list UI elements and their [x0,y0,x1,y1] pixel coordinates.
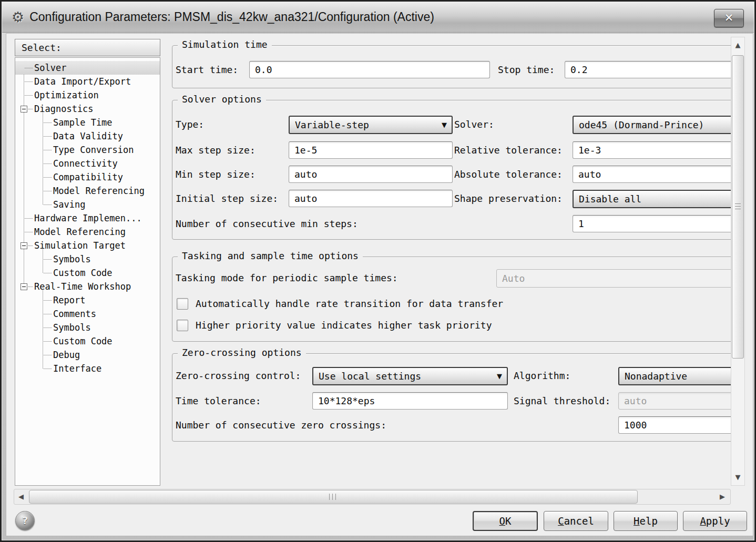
time-tolerance-field[interactable]: 10*128*eps [312,392,508,410]
time-tolerance-label: Time tolerance: [176,392,261,410]
select-tree-panel: Select: Solver Data Import/Export Optimi… [15,39,160,486]
algorithm-dropdown[interactable]: Nonadaptive [618,367,731,385]
tasking-mode-dropdown: Auto [496,269,731,288]
apply-button[interactable]: Apply [683,511,747,531]
close-button[interactable]: ✕ [714,9,744,27]
rate-transition-checkbox[interactable] [177,298,188,310]
sidebar-item-diagnostics[interactable]: Diagnostics [15,102,160,116]
type-dropdown[interactable]: Variable-step ▼ [289,116,453,134]
consecutive-zero-crossings-field[interactable]: 1000 [618,416,731,434]
vertical-scrollbar-thumb[interactable] [732,55,744,359]
sidebar-item-data-validity[interactable]: Data Validity [15,129,160,143]
relative-tolerance-field[interactable]: 1e-3 [573,141,731,159]
tree-dash [25,232,33,232]
sidebar-item-report[interactable]: Report [15,293,160,307]
tree-dash [44,136,52,137]
apply-button-label: Apply [700,515,730,527]
absolute-tolerance-field[interactable]: auto [573,166,731,183]
sidebar-item-interface[interactable]: Interface [15,362,160,375]
sidebar-item-label: Solver [15,61,66,75]
scrollbar-grip-icon [329,494,337,500]
tasking-mode-label: Tasking mode for periodic sample times: [176,269,398,287]
chevron-down-icon: ▼ [497,368,502,384]
collapse-icon[interactable] [21,283,27,290]
sidebar-item-label: Data Import/Export [15,75,131,88]
configuration-parameters-window: ⚙ Configuration Parameters: PMSM_dis_42k… [0,0,756,542]
scrollbar-grip-icon [735,203,741,210]
start-time-field[interactable]: 0.0 [249,61,490,78]
zero-crossing-control-dropdown[interactable]: Use local settings ▼ [312,367,508,385]
tree-dash [44,259,52,260]
select-header: Select: [15,39,160,56]
stop-time-field[interactable]: 0.2 [565,61,731,78]
priority-value-label: Higher priority value indicates higher t… [196,319,492,332]
group-title: Zero-crossing options [178,347,306,358]
tree-dash [44,355,52,355]
sidebar-item-label: Model Referencing [15,184,145,198]
sidebar-item-model-referencing[interactable]: Model Referencing [15,225,160,239]
horizontal-scrollbar[interactable]: ◀ ▶ [14,489,731,505]
sidebar-item-label: Sample Time [15,116,113,129]
sidebar-item-connectivity[interactable]: Connectivity [15,157,160,170]
group-title: Tasking and sample time options [178,250,363,261]
solver-dropdown[interactable]: ode45 (Dormand-Prince) [573,116,731,134]
sidebar-item-type-conversion[interactable]: Type Conversion [15,143,160,157]
sidebar-item-sample-time[interactable]: Sample Time [15,116,160,129]
help-icon[interactable]: ? [15,511,35,530]
scroll-down-icon[interactable]: ▼ [731,469,744,485]
sidebar-item-saving[interactable]: Saving [15,198,160,211]
initial-step-size-field[interactable]: auto [289,190,453,207]
collapse-icon[interactable] [21,242,27,249]
sidebar-item-real-time-workshop[interactable]: Real-Time Workshop [15,280,160,293]
algorithm-label: Algorithm: [514,367,570,385]
sidebar-item-hardware-implementation[interactable]: Hardware Implemen... [15,211,160,225]
vertical-scrollbar[interactable]: ▲ ▼ [731,37,745,486]
consecutive-min-steps-field[interactable]: 1 [573,215,731,232]
ok-button[interactable]: OK [473,511,538,531]
min-step-size-label: Min step size: [176,166,256,183]
tasking-mode-value: Auto [502,273,525,284]
sidebar-item-diagnostics-model-referencing[interactable]: Model Referencing [15,184,160,198]
zero-crossing-control-label: Zero-crossing control: [176,367,301,385]
title-bar[interactable]: ⚙ Configuration Parameters: PMSM_dis_42k… [2,2,754,33]
tree-dash [28,246,33,246]
max-step-size-field[interactable]: 1e-5 [289,141,453,159]
collapse-icon[interactable] [21,106,27,113]
sidebar-item-rtw-custom-code[interactable]: Custom Code [15,334,160,348]
stop-time-label: Stop time: [498,61,555,79]
sidebar-item-data-import-export[interactable]: Data Import/Export [15,75,160,88]
shape-preservation-dropdown[interactable]: Disable all [573,190,731,208]
sidebar-item-simulation-target-symbols[interactable]: Symbols [15,252,160,266]
scroll-right-icon[interactable]: ▶ [717,489,728,504]
cancel-button[interactable]: Cancel [544,511,608,531]
sidebar-item-label: Compatibility [15,170,123,184]
algorithm-value: Nonadaptive [625,371,687,382]
scroll-left-icon[interactable]: ◀ [15,489,27,504]
sidebar-item-optimization[interactable]: Optimization [15,88,160,102]
sidebar-item-label: Custom Code [15,266,113,280]
sidebar-item-compatibility[interactable]: Compatibility [15,170,160,184]
max-step-size-label: Max step size: [176,141,256,159]
zero-crossing-control-value: Use local settings [319,371,421,382]
sidebar-item-comments[interactable]: Comments [15,307,160,321]
sidebar-item-simulation-target-custom-code[interactable]: Custom Code [15,266,160,280]
sidebar-item-rtw-symbols[interactable]: Symbols [15,321,160,334]
sidebar-item-debug[interactable]: Debug [15,348,160,362]
sidebar-item-simulation-target[interactable]: Simulation Target [15,239,160,252]
tree-dash [44,314,52,314]
min-step-size-field[interactable]: auto [289,166,453,183]
shape-preservation-label: Shape preservation: [454,190,563,208]
help-button[interactable]: Help [614,511,678,531]
sidebar-item-label: Interface [15,362,101,375]
tree-dash [44,273,52,273]
consecutive-zero-crossings-label: Number of consecutive zero crossings: [176,416,386,434]
type-value: Variable-step [295,119,369,130]
scroll-up-icon[interactable]: ▲ [731,37,744,53]
tree-list[interactable]: Solver Data Import/Export Optimization D… [15,57,160,486]
signal-threshold-field: auto [618,392,731,410]
horizontal-scrollbar-thumb[interactable] [29,490,638,504]
sidebar-item-solver[interactable]: Solver [15,61,160,75]
type-label: Type: [176,116,204,134]
priority-value-checkbox[interactable] [177,320,188,331]
tree-dash [44,369,52,369]
